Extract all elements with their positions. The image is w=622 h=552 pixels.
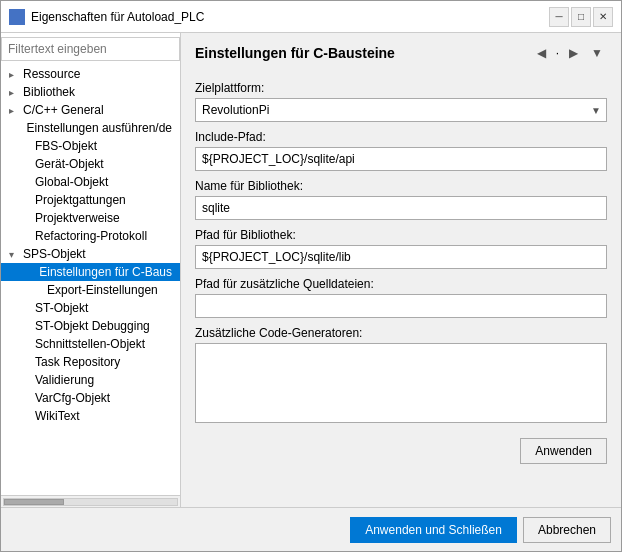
tree-item-label: Einstellungen für C-Baus xyxy=(39,265,172,279)
code-generatoren-group: Zusätzliche Code-Generatoren: xyxy=(195,326,607,426)
tree-item-label: Gerät-Objekt xyxy=(35,157,104,171)
title-bar-left: Eigenschaften für Autoload_PLC xyxy=(9,9,204,25)
tree-item-st_objekt_debugging[interactable]: ST-Objekt Debugging xyxy=(1,317,180,335)
zielplattform-select-wrapper: RevolutionPi ▼ xyxy=(195,98,607,122)
pfad-zusaetzlich-label: Pfad für zusätzliche Quelldateien: xyxy=(195,277,607,291)
pfad-bibliothek-label: Pfad für Bibliothek: xyxy=(195,228,607,242)
code-generatoren-label: Zusätzliche Code-Generatoren: xyxy=(195,326,607,340)
name-bibliothek-input[interactable] xyxy=(195,196,607,220)
tree-item-task_repository[interactable]: Task Repository xyxy=(1,353,180,371)
pfad-bibliothek-group: Pfad für Bibliothek: xyxy=(195,228,607,269)
horizontal-scrollbar[interactable] xyxy=(1,495,180,507)
expand-icon: ▸ xyxy=(9,69,19,80)
tree-item-label: Bibliothek xyxy=(23,85,75,99)
title-bar: Eigenschaften für Autoload_PLC ─ □ ✕ xyxy=(1,1,621,33)
tree-item-label: C/C++ General xyxy=(23,103,104,117)
nav-dropdown-button[interactable]: ▼ xyxy=(587,43,607,63)
tree-item-varcfg_objekt[interactable]: VarCfg-Objekt xyxy=(1,389,180,407)
tree-item-einstellungen_ausfuehren[interactable]: Einstellungen ausführen/de xyxy=(1,119,180,137)
scroll-thumb[interactable] xyxy=(4,499,64,505)
title-bar-controls: ─ □ ✕ xyxy=(549,7,613,27)
name-bibliothek-group: Name für Bibliothek: xyxy=(195,179,607,220)
close-button[interactable]: ✕ xyxy=(593,7,613,27)
tree-item-ressource[interactable]: ▸Ressource xyxy=(1,65,180,83)
minimize-button[interactable]: ─ xyxy=(549,7,569,27)
app-icon xyxy=(9,9,25,25)
filter-input[interactable] xyxy=(1,37,180,61)
tree-item-schnittstellen_objekt[interactable]: Schnittstellen-Objekt xyxy=(1,335,180,353)
include-pfad-label: Include-Pfad: xyxy=(195,130,607,144)
tree-item-bibliothek[interactable]: ▸Bibliothek xyxy=(1,83,180,101)
tree-item-label: WikiText xyxy=(35,409,80,423)
anwenden-button[interactable]: Anwenden xyxy=(520,438,607,464)
tree-item-label: Task Repository xyxy=(35,355,120,369)
tree-item-einstellungen_c_bausteine[interactable]: Einstellungen für C-Baus xyxy=(1,263,180,281)
scroll-track xyxy=(3,498,178,506)
tree-item-validierung[interactable]: Validierung xyxy=(1,371,180,389)
tree-item-projektgattungen[interactable]: Projektgattungen xyxy=(1,191,180,209)
nav-forward-button[interactable]: ▶ xyxy=(563,43,583,63)
nav-bar: ◀ · ▶ ▼ xyxy=(532,43,607,63)
tree-item-label: Export-Einstellungen xyxy=(47,283,158,297)
collapse-icon: ▾ xyxy=(9,249,19,260)
tree-item-label: VarCfg-Objekt xyxy=(35,391,110,405)
expand-icon: ▸ xyxy=(9,87,19,98)
code-generatoren-textarea[interactable] xyxy=(195,343,607,423)
tree-item-label: Global-Objekt xyxy=(35,175,108,189)
zielplattform-group: Zielplattform: RevolutionPi ▼ xyxy=(195,81,607,122)
bottom-bar: Anwenden und Schließen Abbrechen xyxy=(1,507,621,551)
tree-item-label: Einstellungen ausführen/de xyxy=(27,121,172,135)
include-pfad-input[interactable] xyxy=(195,147,607,171)
maximize-button[interactable]: □ xyxy=(571,7,591,27)
tree-item-sps_objekt[interactable]: ▾SPS-Objekt xyxy=(1,245,180,263)
content-area: ▸Ressource▸Bibliothek▸C/C++ GeneralEinst… xyxy=(1,33,621,507)
dialog-window: Eigenschaften für Autoload_PLC ─ □ ✕ ▸Re… xyxy=(0,0,622,552)
nav-back-button[interactable]: ◀ xyxy=(532,43,552,63)
window-title: Eigenschaften für Autoload_PLC xyxy=(31,10,204,24)
tree-item-label: Schnittstellen-Objekt xyxy=(35,337,145,351)
panel-header-row: Einstellungen für C-Bausteine ◀ · ▶ ▼ xyxy=(195,43,607,73)
nav-separator: · xyxy=(556,46,559,60)
tree-item-export_einstellungen[interactable]: Export-Einstellungen xyxy=(1,281,180,299)
pfad-zusaetzlich-input[interactable] xyxy=(195,294,607,318)
zielplattform-label: Zielplattform: xyxy=(195,81,607,95)
tree-item-label: SPS-Objekt xyxy=(23,247,86,261)
tree-item-label: Validierung xyxy=(35,373,94,387)
tree-item-projektverweise[interactable]: Projektverweise xyxy=(1,209,180,227)
tree-item-label: ST-Objekt xyxy=(35,301,88,315)
tree-item-label: ST-Objekt Debugging xyxy=(35,319,150,333)
tree-item-label: Refactoring-Protokoll xyxy=(35,229,147,243)
panel-title: Einstellungen für C-Bausteine xyxy=(195,45,395,61)
tree-item-label: Projektverweise xyxy=(35,211,120,225)
tree-item-wikitext[interactable]: WikiText xyxy=(1,407,180,425)
tree-item-label: Projektgattungen xyxy=(35,193,126,207)
pfad-bibliothek-input[interactable] xyxy=(195,245,607,269)
left-panel: ▸Ressource▸Bibliothek▸C/C++ GeneralEinst… xyxy=(1,33,181,507)
tree-item-label: FBS-Objekt xyxy=(35,139,97,153)
pfad-zusaetzlich-group: Pfad für zusätzliche Quelldateien: xyxy=(195,277,607,318)
include-pfad-group: Include-Pfad: xyxy=(195,130,607,171)
expand-icon: ▸ xyxy=(9,105,19,116)
tree-item-global_objekt[interactable]: Global-Objekt xyxy=(1,173,180,191)
tree-item-label: Ressource xyxy=(23,67,80,81)
tree-item-gerat_objekt[interactable]: Gerät-Objekt xyxy=(1,155,180,173)
tree-item-st_objekt[interactable]: ST-Objekt xyxy=(1,299,180,317)
tree-item-fbs_objekt[interactable]: FBS-Objekt xyxy=(1,137,180,155)
apply-close-button[interactable]: Anwenden und Schließen xyxy=(350,517,517,543)
tree-item-refactoring_protokoll[interactable]: Refactoring-Protokoll xyxy=(1,227,180,245)
name-bibliothek-label: Name für Bibliothek: xyxy=(195,179,607,193)
zielplattform-select[interactable]: RevolutionPi xyxy=(195,98,607,122)
cancel-button[interactable]: Abbrechen xyxy=(523,517,611,543)
tree-item-cpp_general[interactable]: ▸C/C++ General xyxy=(1,101,180,119)
tree-area: ▸Ressource▸Bibliothek▸C/C++ GeneralEinst… xyxy=(1,65,180,495)
right-panel: Einstellungen für C-Bausteine ◀ · ▶ ▼ Zi… xyxy=(181,33,621,507)
